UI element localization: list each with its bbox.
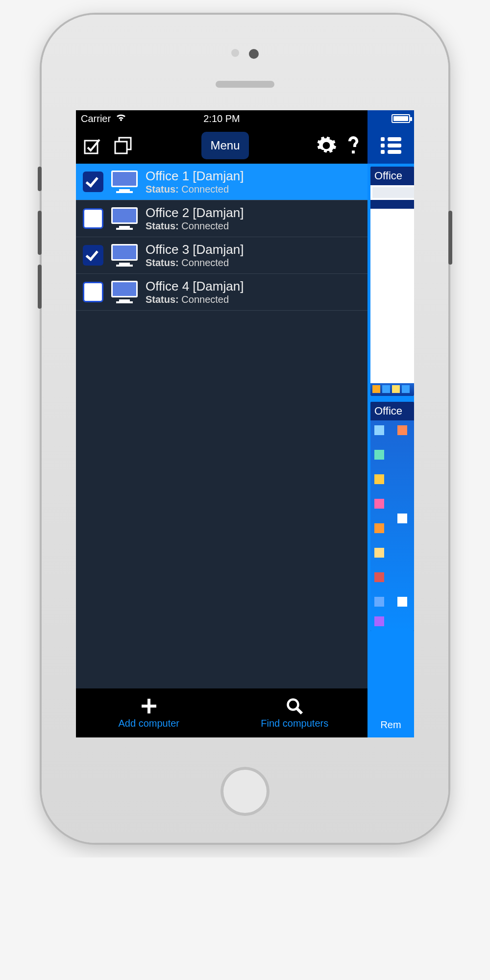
app-toolbar: Menu	[76, 127, 368, 164]
thumbnails-area: Office Office	[368, 164, 414, 688]
add-computer-button[interactable]: Add computer	[76, 688, 222, 737]
monitor-icon	[111, 281, 138, 303]
checkbox-unchecked-icon[interactable]	[83, 282, 103, 302]
svg-rect-0	[85, 141, 98, 153]
computer-status: Status: Connected	[146, 220, 244, 232]
computer-thumbnail[interactable]: Office	[370, 167, 414, 396]
main-app-panel: Carrier 2:10 PM	[76, 110, 368, 737]
computer-row[interactable]: Office 2 [Damjan]Status: Connected	[76, 200, 368, 237]
thumbnail-screenshot	[370, 420, 414, 631]
checkbox-checked-icon[interactable]	[83, 172, 103, 192]
computer-row-text: Office 4 [Damjan]Status: Connected	[146, 279, 244, 305]
computer-name: Office 2 [Damjan]	[146, 205, 244, 220]
find-computers-button[interactable]: Find computers	[222, 688, 368, 737]
speaker-icon	[216, 81, 274, 88]
checkbox-checked-icon[interactable]	[83, 245, 103, 266]
device-sensors	[42, 49, 448, 59]
monitor-icon	[111, 171, 138, 193]
right-preview-panel[interactable]: Office Office	[368, 110, 414, 737]
thumbnail-title: Office	[370, 167, 414, 185]
menu-button[interactable]: Menu	[201, 132, 248, 159]
computer-name: Office 3 [Damjan]	[146, 242, 244, 257]
checkbox-unchecked-icon[interactable]	[83, 208, 103, 229]
bottom-tab-bar: Add computer Find computers	[76, 688, 368, 737]
computer-status: Status: Connected	[146, 257, 244, 269]
sliver-bottom-label[interactable]: Rem	[368, 688, 414, 737]
sensor-dot-icon	[231, 49, 239, 57]
home-button[interactable]	[220, 767, 270, 816]
select-all-icon[interactable]	[81, 134, 104, 157]
list-view-icon[interactable]	[381, 137, 401, 154]
computer-status: Status: Connected	[146, 294, 244, 305]
computer-row[interactable]: Office 3 [Damjan]Status: Connected	[76, 237, 368, 274]
computer-status: Status: Connected	[146, 184, 244, 195]
ios-status-bar: Carrier 2:10 PM	[76, 110, 368, 127]
status-time: 2:10 PM	[76, 113, 368, 124]
deselect-all-icon[interactable]	[111, 134, 135, 157]
camera-dot-icon	[249, 49, 259, 59]
computer-row-text: Office 2 [Damjan]Status: Connected	[146, 205, 244, 232]
power-button	[448, 211, 452, 265]
thumbnail-title: Office	[370, 402, 414, 420]
mute-switch	[38, 167, 42, 191]
gear-icon[interactable]	[316, 135, 337, 156]
phone-screen: Carrier 2:10 PM	[76, 110, 414, 737]
sliver-status-bar	[368, 110, 414, 127]
computer-name: Office 1 [Damjan]	[146, 169, 244, 184]
search-icon	[286, 697, 303, 715]
computer-row-text: Office 1 [Damjan]Status: Connected	[146, 169, 244, 195]
monitor-icon	[111, 207, 138, 230]
computer-list: Office 1 [Damjan]Status: ConnectedOffice…	[76, 164, 368, 688]
svg-point-3	[288, 699, 298, 710]
sliver-toolbar	[368, 127, 414, 164]
checkmark-icon	[86, 247, 98, 261]
plus-icon	[140, 697, 158, 715]
computer-name: Office 4 [Damjan]	[146, 279, 244, 294]
thumbnail-screenshot	[370, 185, 414, 396]
volume-up-button	[38, 211, 42, 255]
svg-rect-2	[115, 142, 127, 153]
computer-row[interactable]: Office 1 [Damjan]Status: Connected	[76, 164, 368, 200]
battery-icon	[392, 114, 410, 123]
add-computer-label: Add computer	[118, 718, 179, 729]
checkmark-icon	[86, 174, 98, 187]
help-icon[interactable]	[344, 135, 363, 156]
phone-device-frame: Carrier 2:10 PM	[42, 15, 448, 843]
monitor-icon	[111, 244, 138, 267]
volume-down-button	[38, 265, 42, 309]
find-computers-label: Find computers	[261, 718, 328, 729]
computer-thumbnail[interactable]: Office	[370, 402, 414, 631]
computer-row-text: Office 3 [Damjan]Status: Connected	[146, 242, 244, 269]
computer-row[interactable]: Office 4 [Damjan]Status: Connected	[76, 274, 368, 311]
